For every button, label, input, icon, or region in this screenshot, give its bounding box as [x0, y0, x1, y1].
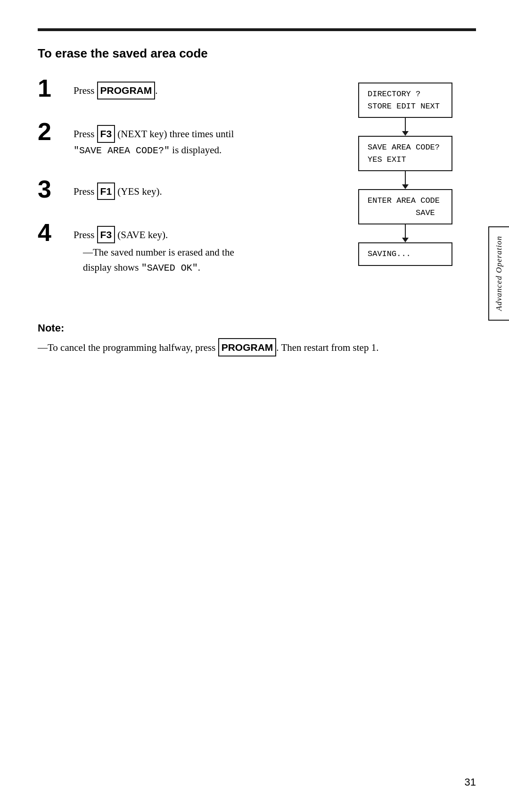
- content-area: 1 Press PROGRAM. 2 Press F3 (NEXT key) t…: [38, 78, 476, 296]
- step-number-1: 1: [38, 76, 66, 100]
- step-3: 3 Press F1 (YES key).: [38, 179, 316, 201]
- step3-text-before: Press: [74, 186, 97, 197]
- step4-key-f3: F3: [97, 226, 115, 244]
- note-text-after: . Then restart from step 1.: [276, 342, 378, 353]
- note-title: Note:: [38, 320, 476, 336]
- page-number: 31: [465, 776, 476, 788]
- note-text-before: —To cancel the programming halfway, pres…: [38, 342, 218, 353]
- step4-sub-line1: —The saved number is erased and the: [83, 247, 234, 258]
- step2-text-end: is displayed.: [170, 144, 222, 156]
- step2-key-note: (NEXT key) three times until: [115, 128, 234, 140]
- page: To erase the saved area code 1 Press PRO…: [0, 0, 509, 812]
- step2-key-f3: F3: [97, 125, 115, 143]
- fc-box2-line2: YES EXIT: [368, 155, 406, 164]
- fc-box4-line1: SAVING...: [368, 249, 411, 258]
- side-tab: Advanced Operation: [488, 226, 509, 321]
- step3-key-note: (YES key).: [115, 186, 162, 197]
- fc-box3-line1: ENTER AREA CODE: [368, 196, 440, 205]
- step-number-4: 4: [38, 220, 66, 245]
- steps-column: 1 Press PROGRAM. 2 Press F3 (NEXT key) t…: [38, 78, 335, 296]
- flowchart-column: DIRECTORY ? STORE EDIT NEXT SAVE AREA CO…: [335, 78, 476, 296]
- fc-box1-line1: DIRECTORY ?: [368, 90, 420, 99]
- step-content-3: Press F1 (YES key).: [74, 179, 162, 200]
- side-tab-label: Advanced Operation: [494, 236, 504, 311]
- step2-monospace: "SAVE AREA CODE?": [74, 145, 170, 156]
- step3-key-f1: F1: [97, 182, 115, 200]
- top-border: [38, 28, 476, 31]
- step-content-4: Press F3 (SAVE key). —The saved number i…: [74, 222, 234, 275]
- step1-text-before: Press: [74, 85, 97, 96]
- step-number-3: 3: [38, 177, 66, 201]
- fc-box1-line2: STORE EDIT NEXT: [368, 102, 440, 111]
- step-2: 2 Press F3 (NEXT key) three times until …: [38, 121, 316, 158]
- note-section: Note: —To cancel the programming halfway…: [38, 320, 476, 357]
- flowchart-arrow-3: [405, 224, 406, 239]
- flowchart-box-3: ENTER AREA CODE SAVE: [358, 189, 452, 224]
- step-1: 1 Press PROGRAM.: [38, 78, 316, 100]
- step-content-2: Press F3 (NEXT key) three times until "S…: [74, 121, 234, 158]
- flowchart-box-2: SAVE AREA CODE? YES EXIT: [358, 136, 452, 171]
- step1-key-program: PROGRAM: [97, 82, 156, 99]
- step2-text-before: Press: [74, 128, 97, 140]
- note-text: —To cancel the programming halfway, pres…: [38, 338, 476, 357]
- step-number-2: 2: [38, 119, 66, 144]
- flowchart-box-4: SAVING...: [358, 242, 452, 266]
- step4-text-before: Press: [74, 229, 97, 240]
- step4-key-note: (SAVE key).: [115, 229, 168, 240]
- fc-box3-line2: SAVE: [368, 208, 435, 217]
- section-title: To erase the saved area code: [38, 46, 476, 61]
- step1-text-after: .: [155, 85, 157, 96]
- step4-sub-line2: display shows "SAVED OK".: [83, 262, 200, 273]
- flowchart-arrow-1: [405, 118, 406, 132]
- note-key-program: PROGRAM: [218, 338, 277, 357]
- flowchart: DIRECTORY ? STORE EDIT NEXT SAVE AREA CO…: [358, 83, 452, 266]
- step4-sub-text: —The saved number is erased and the disp…: [83, 245, 234, 275]
- fc-box2-line1: SAVE AREA CODE?: [368, 143, 440, 152]
- flowchart-arrow-2: [405, 171, 406, 185]
- step-4: 4 Press F3 (SAVE key). —The saved number…: [38, 222, 316, 275]
- flowchart-box-1: DIRECTORY ? STORE EDIT NEXT: [358, 83, 452, 118]
- step-content-1: Press PROGRAM.: [74, 78, 158, 99]
